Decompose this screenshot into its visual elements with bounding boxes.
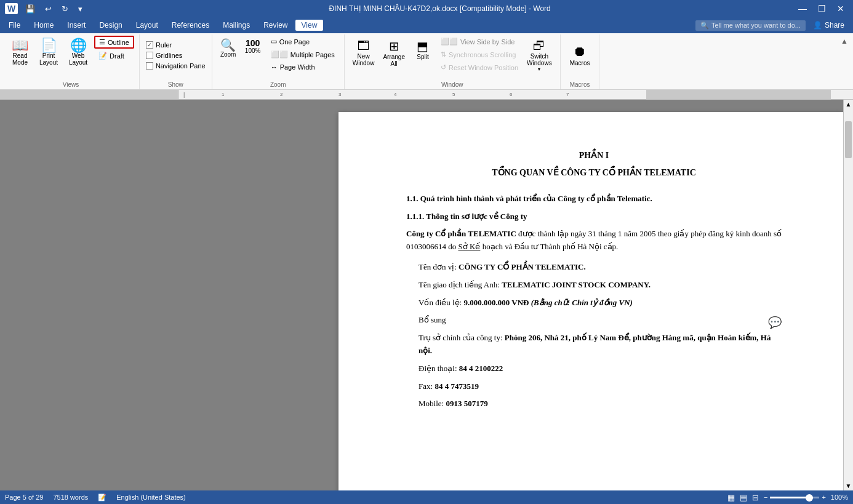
title2-text: TỔNG QUAN VỀ CÔNG TY CỔ PHẦN TELEMATIC bbox=[492, 168, 696, 177]
read-mode-button[interactable]: 📖 ReadMode bbox=[7, 36, 33, 69]
view-side-by-side-button[interactable]: ⬜⬜ View Side by Side bbox=[438, 36, 521, 47]
minimize-button[interactable]: — bbox=[795, 4, 811, 14]
web-layout-icon: 🌐 bbox=[70, 39, 87, 52]
proofing-icon[interactable]: 📝 bbox=[98, 494, 106, 502]
share-label: Share bbox=[825, 21, 844, 30]
menu-mailings[interactable]: Mailings bbox=[217, 20, 256, 31]
zoom-plus-button[interactable]: + bbox=[822, 494, 825, 501]
arrange-all-icon: ⊞ bbox=[389, 39, 399, 54]
language[interactable]: English (United States) bbox=[116, 494, 186, 501]
web-layout-button[interactable]: 🌐 WebLayout bbox=[65, 36, 92, 69]
menu-layout[interactable]: Layout bbox=[130, 20, 164, 31]
save-button[interactable]: 💾 bbox=[23, 3, 38, 15]
doc-title-2: TỔNG QUAN VỀ CÔNG TY CỔ PHẦN TELEMATIC bbox=[406, 166, 782, 180]
collapse-ribbon-button[interactable]: ▲ bbox=[841, 37, 848, 46]
menu-view[interactable]: View bbox=[295, 20, 324, 31]
customize-qat-button[interactable]: ▾ bbox=[76, 3, 85, 15]
ribbon-group-zoom: 🔍 Zoom 100 100% ▭ One Page ⬜⬜ Multiple P… bbox=[212, 34, 345, 89]
word-logo-icon: W bbox=[5, 3, 18, 14]
split-label: Split bbox=[417, 54, 428, 60]
switch-windows-label: SwitchWindows bbox=[527, 53, 552, 66]
zoom-100-button[interactable]: 100 100% bbox=[242, 36, 264, 57]
multiple-pages-button[interactable]: ⬜⬜ Multiple Pages bbox=[266, 49, 339, 60]
share-button[interactable]: 👤 Share bbox=[807, 20, 851, 31]
gridlines-check-box bbox=[146, 52, 153, 59]
menu-design[interactable]: Design bbox=[93, 20, 128, 31]
ruler-checkbox[interactable]: ✓ Ruler bbox=[145, 41, 207, 49]
navigation-pane-checkbox[interactable]: Navigation Pane bbox=[145, 62, 207, 70]
split-button[interactable]: ⬒ Split bbox=[410, 36, 435, 63]
undo-button[interactable]: ↩ bbox=[42, 3, 54, 15]
macros-button[interactable]: ⏺ Macros bbox=[566, 41, 595, 70]
draft-button[interactable]: 📝 Draft bbox=[94, 50, 134, 62]
menu-references[interactable]: References bbox=[166, 20, 215, 31]
scrollbar-thumb[interactable] bbox=[845, 121, 852, 158]
print-layout-button[interactable]: 📄 PrintLayout bbox=[35, 36, 62, 69]
zoom-slider: − + bbox=[764, 494, 826, 501]
menu-review[interactable]: Review bbox=[257, 20, 294, 31]
print-layout-label: PrintLayout bbox=[39, 52, 58, 66]
zoom-minus-button[interactable]: − bbox=[764, 494, 767, 501]
one-page-button[interactable]: ▭ One Page bbox=[266, 36, 339, 47]
sync-scroll-icon: ⇅ bbox=[441, 50, 446, 58]
menu-home[interactable]: Home bbox=[28, 20, 60, 31]
zoom-100-label: 100% bbox=[245, 47, 261, 54]
outline-label: Outline bbox=[108, 39, 129, 46]
tell-me-search[interactable]: 🔍 Tell me what you want to do... bbox=[695, 20, 806, 31]
ribbon-group-views: 📖 ReadMode 📄 PrintLayout 🌐 WebLayout ☰ O… bbox=[2, 34, 140, 89]
phone-row: Điện thoại: 84 4 2100222 bbox=[418, 362, 782, 375]
english-name-label: Tên giao dịch tiếng Anh: bbox=[418, 280, 502, 289]
english-name-value: TELEMATIC JOINT STOCK COMPANY. bbox=[502, 280, 651, 289]
view-mode-icon-3[interactable]: ⊟ bbox=[752, 493, 759, 502]
multiple-pages-label: Multiple Pages bbox=[290, 51, 335, 58]
zoom-icon: 🔍 bbox=[220, 39, 236, 51]
fax-row: Fax: 84 4 7473519 bbox=[418, 380, 782, 393]
bo-sung-text: Bổ sung bbox=[418, 315, 446, 324]
scroll-down-button[interactable]: ▼ bbox=[844, 481, 853, 490]
comment-icon[interactable]: 💬 bbox=[768, 314, 782, 332]
draft-label: Draft bbox=[110, 52, 124, 60]
phone-value: 84 4 2100222 bbox=[459, 364, 503, 373]
draft-icon: 📝 bbox=[98, 52, 107, 60]
vertical-scrollbar[interactable]: ▲ ▼ bbox=[843, 100, 853, 490]
show-checkboxes: ✓ Ruler Gridlines Navigation Pane bbox=[145, 41, 207, 70]
arrange-all-button[interactable]: ⊞ ArrangeAll bbox=[380, 36, 408, 70]
views-row: 📖 ReadMode 📄 PrintLayout 🌐 WebLayout ☰ O… bbox=[7, 36, 134, 69]
redo-button[interactable]: ↻ bbox=[59, 3, 71, 15]
gridlines-checkbox[interactable]: Gridlines bbox=[145, 51, 207, 60]
page-view-options: ▭ One Page ⬜⬜ Multiple Pages ↔ Page Widt… bbox=[266, 36, 339, 73]
menu-insert[interactable]: Insert bbox=[61, 20, 92, 31]
new-window-button[interactable]: 🗔 NewWindow bbox=[350, 36, 378, 70]
document-scroll[interactable]: PHẦN I TỔNG QUAN VỀ CÔNG TY CỔ PHẦN TELE… bbox=[0, 100, 853, 490]
view-mode-icon-2[interactable]: ▤ bbox=[740, 493, 747, 502]
page-info: Page 5 of 29 bbox=[5, 494, 43, 501]
reset-window-position-button[interactable]: ↺ Reset Window Position bbox=[438, 62, 521, 73]
fax-value: 84 4 7473519 bbox=[435, 382, 479, 391]
window-group-label: Window bbox=[441, 79, 463, 88]
synchronous-scrolling-button[interactable]: ⇅ Synchronous Scrolling bbox=[438, 49, 521, 60]
ruler-bar: | 1 2 3 4 5 6 7 bbox=[0, 90, 853, 100]
fax-label: Fax: bbox=[418, 382, 435, 391]
switch-windows-button[interactable]: 🗗 SwitchWindows ▾ bbox=[524, 36, 555, 75]
macros-label: Macros bbox=[570, 60, 590, 66]
scroll-up-button[interactable]: ▲ bbox=[844, 100, 853, 109]
mobile-label: Mobile: bbox=[418, 399, 446, 408]
restore-button[interactable]: ❐ bbox=[814, 4, 830, 14]
close-button[interactable]: ✕ bbox=[833, 4, 848, 14]
view-mode-icon-1[interactable]: ▦ bbox=[727, 493, 735, 502]
zoom-thumb[interactable] bbox=[806, 494, 813, 502]
word-count: 7518 words bbox=[53, 494, 88, 501]
heading-1-1-1-text: 1.1.1. Thông tin sơ lược về Công ty bbox=[406, 212, 527, 221]
document-container: PHẦN I TỔNG QUAN VỀ CÔNG TY CỔ PHẦN TELE… bbox=[0, 100, 853, 490]
menu-file[interactable]: File bbox=[2, 20, 26, 31]
zoom-percent[interactable]: 100% bbox=[831, 494, 848, 501]
ribbon-group-window: 🗔 NewWindow ⊞ ArrangeAll ⬒ Split ⬜⬜ View… bbox=[345, 34, 561, 89]
outline-button[interactable]: ☰ Outline bbox=[94, 36, 134, 49]
read-mode-icon: 📖 bbox=[12, 39, 28, 52]
zoom-button[interactable]: 🔍 Zoom bbox=[217, 36, 239, 61]
page-width-button[interactable]: ↔ Page Width bbox=[266, 62, 339, 73]
web-layout-label: WebLayout bbox=[69, 52, 87, 66]
zoom-track[interactable] bbox=[770, 497, 819, 498]
section-1-1: 1.1. Quá trình hình thành và phát triển … bbox=[406, 193, 782, 254]
zoom-fill bbox=[770, 497, 807, 498]
